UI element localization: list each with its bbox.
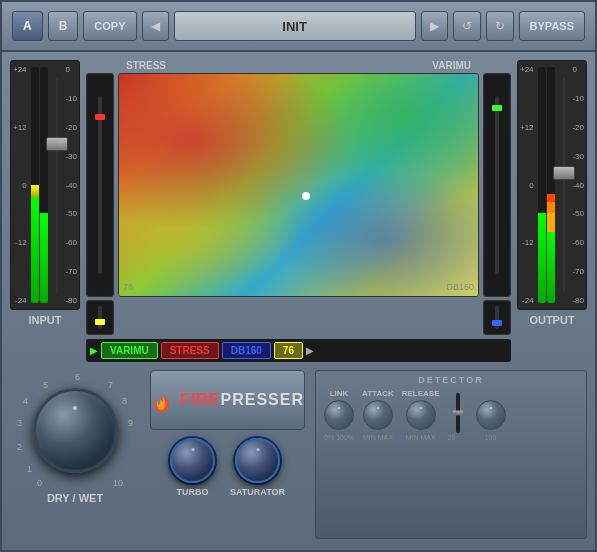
matrix-display-row: 76 DB160 <box>86 73 511 297</box>
preset-b-button[interactable]: B <box>48 11 79 41</box>
output-right-scale: 0 -10 -20 -30 -40 -50 -60 -70 -80 <box>570 61 586 309</box>
turbo-indicator <box>191 448 194 451</box>
saturator-group: SATURATOR <box>230 438 285 497</box>
input-vu-display: +24 +12 0 -12 -24 <box>10 60 80 310</box>
matrix-screen[interactable]: 76 DB160 <box>118 73 479 297</box>
matrix-num-left: 76 <box>123 282 133 292</box>
dry-wet-label: DRY / WET <box>47 492 103 504</box>
redo-icon: ↻ <box>495 19 505 33</box>
turbo-knob[interactable] <box>170 438 215 483</box>
slider-val-20: 20 <box>448 434 456 441</box>
yellow-fader[interactable] <box>86 300 114 335</box>
attack-knob[interactable] <box>363 400 393 430</box>
redo-button[interactable]: ↻ <box>486 11 514 41</box>
link-max: 100% <box>336 434 354 441</box>
tab-stress[interactable]: STRESS <box>161 342 219 359</box>
input-scale: +24 +12 0 -12 -24 <box>11 61 29 309</box>
output-label: OUTPUT <box>529 314 574 326</box>
stress-label: STRESS <box>126 60 166 71</box>
attack-min: MIN <box>363 434 376 441</box>
brand-logo-icon <box>151 383 172 418</box>
input-vu-meter: +24 +12 0 -12 -24 <box>10 60 80 362</box>
dry-wet-knob[interactable] <box>33 388 118 473</box>
input-label: INPUT <box>29 314 62 326</box>
release-min: MIN <box>406 434 419 441</box>
secondary-fader-row <box>86 300 511 335</box>
stress-fader[interactable] <box>86 73 114 297</box>
undo-button[interactable]: ↺ <box>453 11 481 41</box>
tab-next-arrow[interactable]: ▶ <box>306 345 314 356</box>
matrix-num-right: DB160 <box>446 282 474 292</box>
link-label: LINK <box>330 389 349 398</box>
detector-controls: LINK 0% 100% ATTACK MIN <box>324 389 578 441</box>
attack-max: MAX <box>378 434 393 441</box>
attack-group: ATTACK MIN MAX <box>362 389 394 441</box>
varimu-fader[interactable] <box>483 73 511 297</box>
brand-name: FIREPRESSER <box>180 391 304 409</box>
matrix-area: STRESS VARIMU 76 DB160 <box>86 60 511 362</box>
detector-title: DETECTOR <box>324 375 578 385</box>
link-knob[interactable] <box>324 400 354 430</box>
saturator-label: SATURATOR <box>230 487 285 497</box>
copy-button[interactable]: COPY <box>83 11 136 41</box>
varimu-indicator <box>492 105 502 111</box>
dry-wet-section: 3 4 5 6 7 8 9 2 1 0 10 DRY / WET <box>10 370 140 539</box>
preset-name: INIT <box>174 11 416 41</box>
extra-val-100: 100 <box>485 434 497 441</box>
center-bottom: FIREPRESSER TURBO SATURATOR <box>150 370 305 539</box>
detector-slider[interactable] <box>456 393 460 433</box>
tab-prev-arrow[interactable]: ▶ <box>90 345 98 356</box>
link-min: 0% <box>324 434 334 441</box>
attack-label: ATTACK <box>362 389 394 398</box>
release-range: MIN MAX <box>406 434 436 441</box>
link-group: LINK 0% 100% <box>324 389 354 441</box>
turbo-label: TURBO <box>177 487 209 497</box>
input-right-scale: 0 -10 -20 -30 -40 -50 -60 -70 -80 <box>63 61 79 309</box>
release-label: RELEASE <box>402 389 440 398</box>
main-area: +24 +12 0 -12 -24 <box>2 52 595 362</box>
link-range: 0% 100% <box>324 434 354 441</box>
bottom-section: 3 4 5 6 7 8 9 2 1 0 10 DRY / WET <box>2 362 595 547</box>
detector-slider-group: 20 <box>448 393 468 441</box>
prev-preset-button[interactable]: ◀ <box>142 11 169 41</box>
attack-range: MIN MAX <box>363 434 393 441</box>
output-vu-display: +24 +12 0 -12 -24 <box>517 60 587 310</box>
bypass-button[interactable]: BYPASS <box>519 11 585 41</box>
next-preset-button[interactable]: ▶ <box>421 11 448 41</box>
knob-indicator <box>73 406 77 410</box>
output-left-scale: +24 +12 0 -12 -24 <box>518 61 536 309</box>
tab-76[interactable]: 76 <box>274 342 303 359</box>
stress-indicator <box>95 114 105 120</box>
saturator-knob[interactable] <box>235 438 280 483</box>
tab-varimu[interactable]: VARIMU <box>101 342 158 359</box>
brand-fire: FIRE <box>180 391 220 408</box>
brand-plate: FIREPRESSER <box>150 370 305 430</box>
plugin-container: A B COPY ◀ INIT ▶ ↺ ↻ BYPASS +24 +12 0 <box>0 0 597 552</box>
saturator-indicator <box>256 448 259 451</box>
varimu-label: VARIMU <box>432 60 471 71</box>
matrix-top-labels: STRESS VARIMU <box>86 60 511 71</box>
top-bar: A B COPY ◀ INIT ▶ ↺ ↻ BYPASS <box>2 2 595 52</box>
undo-icon: ↺ <box>462 19 472 33</box>
extra-knob-group: 100 <box>476 400 506 441</box>
chevron-left-icon: ◀ <box>151 19 160 33</box>
preset-tabs: ▶ VARIMU STRESS DB160 76 ▶ <box>86 339 511 362</box>
extra-knob[interactable] <box>476 400 506 430</box>
turbo-sat-section: TURBO SATURATOR <box>170 438 285 497</box>
turbo-group: TURBO <box>170 438 215 497</box>
knob-scale: 3 4 5 6 7 8 9 2 1 0 10 <box>15 370 135 490</box>
chevron-right-icon: ▶ <box>430 19 439 33</box>
detector-section: DETECTOR LINK 0% 100% ATTACK <box>315 370 587 539</box>
release-group: RELEASE MIN MAX <box>402 389 440 441</box>
tab-db160[interactable]: DB160 <box>222 342 271 359</box>
release-max: MAX <box>420 434 435 441</box>
output-vu-meter: +24 +12 0 -12 -24 <box>517 60 587 362</box>
preset-a-button[interactable]: A <box>12 11 43 41</box>
matrix-cursor <box>302 192 310 200</box>
blue-fader[interactable] <box>483 300 511 335</box>
release-knob[interactable] <box>406 400 436 430</box>
